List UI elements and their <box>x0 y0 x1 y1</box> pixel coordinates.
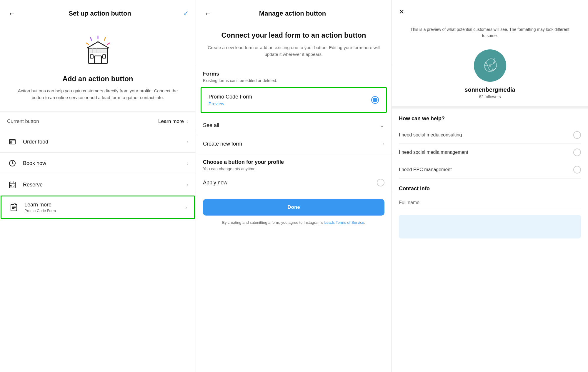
radio-selected[interactable] <box>371 96 379 104</box>
chevron-right-icon: › <box>383 141 384 147</box>
create-form-label: Create new form <box>203 141 242 147</box>
panel2-header: ← Manage action button <box>196 0 392 25</box>
menu-item-learn-more[interactable]: Learn more Promo Code Form › <box>1 196 195 219</box>
svg-point-31 <box>485 63 487 64</box>
done-button[interactable]: Done <box>203 199 384 216</box>
full-name-input[interactable] <box>399 196 581 209</box>
blue-section <box>399 215 581 238</box>
how-help-title: How can we help? <box>399 116 581 122</box>
svg-rect-23 <box>13 185 14 186</box>
svg-rect-12 <box>90 55 93 58</box>
terms-text: By creating and submitting a form, you a… <box>196 220 392 225</box>
panel3-header: ✕ <box>392 0 588 22</box>
menu-item-book-now[interactable]: Book now › <box>0 153 196 174</box>
chevron-right-icon: › <box>187 118 189 124</box>
chevron-right-icon: › <box>187 139 189 145</box>
option-text-3: I need PPC management <box>399 167 573 172</box>
store-icon-container <box>0 25 196 75</box>
see-all-row[interactable]: See all ⌄ <box>196 116 392 135</box>
contact-title: Contact info <box>399 186 581 192</box>
menu-item-text: Reserve <box>23 182 187 188</box>
panel-manage-action-button: ← Manage action button Connect your lead… <box>196 0 392 372</box>
panel-preview: ✕ This is a preview of what potential cu… <box>392 0 588 372</box>
learn-more-icon <box>9 202 19 213</box>
chevron-right-icon: › <box>185 204 187 211</box>
contact-section: Contact info <box>392 179 588 209</box>
back-button[interactable]: ← <box>7 8 16 19</box>
menu-item-order-food[interactable]: Order food › <box>0 131 196 153</box>
learn-more-sublabel: Promo Code Form <box>24 208 185 213</box>
menu-item-reserve[interactable]: Reserve › <box>0 174 196 196</box>
preview-link[interactable]: Preview <box>209 101 371 106</box>
chevron-right-icon: › <box>187 182 189 188</box>
add-action-desc: Action buttons can help you gain custome… <box>0 88 196 111</box>
menu-item-text: Book now <box>23 160 187 166</box>
choose-title: Choose a button for your profile <box>203 159 384 165</box>
profile-name: sonnenbergmedia <box>464 86 515 93</box>
avatar <box>474 49 506 82</box>
option-row-1[interactable]: I need social media consulting <box>399 126 581 144</box>
chevron-down-icon: ⌄ <box>379 122 384 129</box>
option-row-2[interactable]: I need social media management <box>399 144 581 161</box>
learn-more-label: Learn more <box>24 202 185 208</box>
svg-rect-11 <box>94 56 101 64</box>
form-item-name: Promo Code Form <box>209 94 371 100</box>
current-button-row[interactable]: Current button Learn more › <box>0 112 196 131</box>
check-button[interactable]: ✓ <box>183 10 189 17</box>
preview-notice: This is a preview of what potential cust… <box>392 22 588 44</box>
forms-section-header: Forms Existing forms can't be edited or … <box>196 65 392 84</box>
back-button[interactable]: ← <box>203 8 212 19</box>
forms-title: Forms <box>203 71 384 77</box>
promo-code-form-item[interactable]: Promo Code Form Preview <box>201 87 387 113</box>
add-action-title: Add an action button <box>0 75 196 88</box>
option-text-2: I need social media management <box>399 150 573 155</box>
panel1-title: Set up action button <box>69 10 131 17</box>
see-all-label: See all <box>203 122 219 129</box>
chevron-right-icon: › <box>187 160 189 166</box>
svg-line-4 <box>86 43 89 44</box>
svg-line-3 <box>91 38 91 40</box>
create-new-form-row[interactable]: Create new form › <box>196 135 392 153</box>
panel1-header: ← Set up action button ✓ <box>0 0 196 25</box>
menu-item-text: Order food <box>23 139 187 145</box>
svg-point-34 <box>485 68 486 69</box>
followers-count: 62 followers <box>479 94 501 99</box>
option-row-3[interactable]: I need PPC management <box>399 161 581 179</box>
panel-setup-action-button: ← Set up action button ✓ <box>0 0 196 372</box>
store-icon <box>80 34 116 69</box>
toggle-label: Apply now <box>203 180 227 186</box>
svg-rect-22 <box>11 185 12 186</box>
profile-section: sonnenbergmedia 62 followers <box>392 44 588 106</box>
radio-circle-2[interactable] <box>573 149 581 156</box>
radio-inner <box>373 98 377 102</box>
svg-line-1 <box>104 38 105 40</box>
svg-point-33 <box>492 69 494 70</box>
svg-point-30 <box>489 64 491 67</box>
current-button-value: Learn more <box>158 119 184 124</box>
choose-sub: You can change this anytime. <box>203 166 384 171</box>
forms-subtitle: Existing forms can't be edited or delete… <box>203 78 384 83</box>
terms-link[interactable]: Leads Terms of Service <box>324 220 364 225</box>
svg-point-32 <box>493 62 495 64</box>
apply-now-toggle-row[interactable]: Apply now <box>196 174 392 192</box>
panel2-title: Manage action button <box>259 10 326 17</box>
panel2-hero: Connect your lead form to an action butt… <box>196 25 392 65</box>
choose-section: Choose a button for your profile You can… <box>196 153 392 174</box>
svg-rect-6 <box>89 48 107 53</box>
how-help-section: How can we help? I need social media con… <box>392 109 588 179</box>
book-now-icon <box>7 158 18 169</box>
svg-rect-13 <box>103 55 106 58</box>
order-food-icon <box>7 136 18 147</box>
close-button[interactable]: ✕ <box>399 8 404 16</box>
svg-rect-16 <box>10 142 12 143</box>
hero-desc: Create a new lead form or add an existin… <box>208 44 380 58</box>
hero-title: Connect your lead form to an action butt… <box>208 31 380 40</box>
reserve-icon <box>7 179 18 190</box>
radio-empty[interactable] <box>377 179 384 186</box>
svg-rect-28 <box>14 204 16 205</box>
form-item-content: Promo Code Form Preview <box>209 94 371 106</box>
radio-circle-1[interactable] <box>573 131 581 139</box>
radio-circle-3[interactable] <box>573 166 581 174</box>
option-text-1: I need social media consulting <box>399 132 573 138</box>
preview-divider <box>392 106 588 109</box>
